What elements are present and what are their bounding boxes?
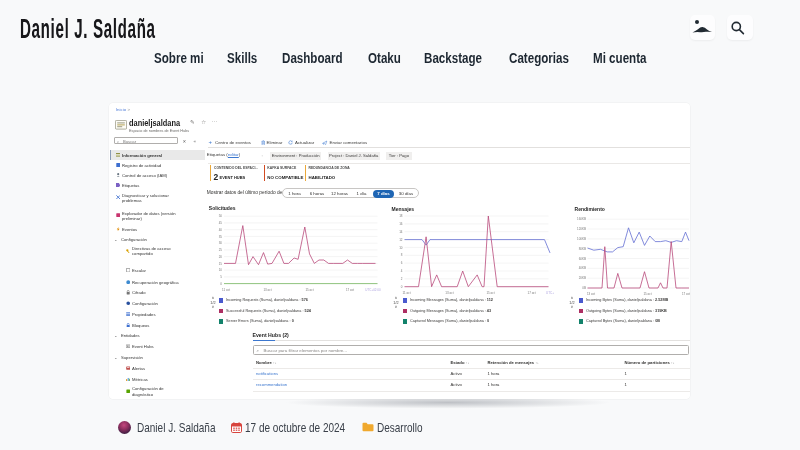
svg-text:17 oct: 17 oct [681,292,689,296]
svg-text:13 oct: 13 oct [586,292,594,296]
svg-text:40: 40 [218,228,222,232]
svg-text:0B: 0B [582,286,586,290]
svg-text:40KB: 40KB [578,266,585,270]
svg-text:16: 16 [399,222,403,226]
svg-text:15 oct: 15 oct [486,291,494,295]
svg-text:50: 50 [218,214,222,218]
svg-text:10: 10 [218,268,222,272]
svg-text:160KB: 160KB [576,217,585,221]
svg-text:6: 6 [400,261,402,265]
svg-text:11 oct: 11 oct [222,288,230,292]
svg-text:35: 35 [218,235,222,239]
svg-text:2: 2 [400,277,402,281]
svg-text:8: 8 [400,253,402,257]
svg-text:17 oct: 17 oct [345,288,353,292]
svg-text:20KB: 20KB [578,276,585,280]
svg-text:0: 0 [220,282,222,286]
svg-text:15 oct: 15 oct [643,292,651,296]
svg-text:80KB: 80KB [578,247,585,251]
svg-text:10: 10 [399,246,403,250]
svg-text:14: 14 [399,230,403,234]
svg-text:15 oct: 15 oct [305,288,313,292]
svg-text:60KB: 60KB [578,257,585,261]
svg-text:4: 4 [400,269,402,273]
svg-text:13 oct: 13 oct [263,288,271,292]
svg-text:25: 25 [218,248,222,252]
svg-text:UTC+02:00: UTC+02:00 [365,288,381,292]
svg-text:0: 0 [400,285,402,289]
svg-text:18: 18 [399,214,403,218]
svg-text:UTC+: UTC+ [546,291,554,295]
svg-text:20: 20 [218,255,222,259]
svg-text:11 oct: 11 oct [402,291,410,295]
svg-text:13 oct: 13 oct [445,291,453,295]
svg-text:120KB: 120KB [576,227,585,231]
svg-text:45: 45 [218,221,222,225]
svg-text:12: 12 [399,238,403,242]
svg-text:15: 15 [218,262,222,266]
svg-text:17 oct: 17 oct [527,291,535,295]
svg-text:100KB: 100KB [576,237,585,241]
svg-text:5: 5 [220,275,222,279]
svg-text:30: 30 [218,241,222,245]
